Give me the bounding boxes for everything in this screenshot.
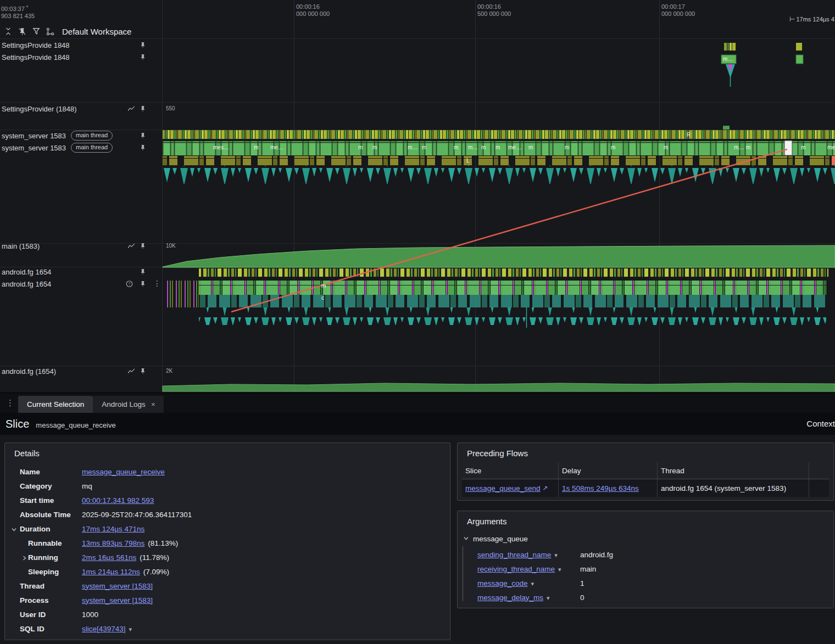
collapse-tracks-icon[interactable] [4,27,12,35]
preceding-flows-card: Preceding Flows Slice Delay Thread messa… [457,443,834,501]
detail-row-absolute-time: Absolute Time 2025-09-25T20:47:06.364117… [5,507,450,522]
external-link-icon[interactable]: ↗ [543,484,548,492]
pin-icon[interactable] [140,281,146,287]
pin-icon[interactable] [140,54,146,60]
thread-link[interactable]: system_server [1583] [82,582,153,590]
arg-key-link[interactable]: message_code [477,579,528,587]
sql-id-link[interactable]: slice[439743] [82,625,126,633]
close-icon[interactable]: × [151,400,155,408]
detail-row-process: Process system_server [1583] [5,593,450,607]
plus-icon: + [26,4,29,9]
caret-down-icon[interactable]: ▾ [558,566,561,573]
kebab-menu-icon[interactable]: ⋮ [153,279,161,288]
detail-row-user-id: User ID 1000 [5,607,450,621]
slice-label: me… [508,144,521,150]
main-counter-area[interactable] [163,245,835,267]
detail-row-running: Running 2ms 16µs 561ns(11.78%) [5,550,450,564]
flow-slice-link[interactable]: message_queue_send [465,484,541,492]
grid-lines [163,0,660,393]
selected-slice[interactable] [784,141,792,155]
slice-label: m [358,144,363,150]
slice-label: mes… [213,144,229,150]
detail-row-category: Category mq [5,479,450,493]
chevron-down-icon[interactable] [11,526,17,534]
duration-link[interactable]: 17ms 124µs 471ns [82,525,144,533]
main-thread-badge: main thread [71,143,113,153]
track-row-settingsprovide[interactable]: SettingsProvide 1848 [0,51,162,63]
pin-icon[interactable] [140,105,146,112]
detail-row-sql-id: SQL ID slice[439743]▾ [5,621,450,636]
flow-delay-link[interactable]: 1s 508ms 249µs 634ns [562,484,639,492]
chart-icon[interactable] [127,243,135,249]
track-row-settingsprovider-counter[interactable]: SettingsProvider (1848) [0,103,162,115]
track-row-settingsprovide[interactable]: SettingsProvide 1848 [0,39,162,51]
system-server-track[interactable] [163,130,835,184]
track-label: system_server 1583 [2,144,66,152]
caret-down-icon[interactable]: ▾ [531,580,535,587]
bracket-icon: ⊢ [789,15,795,23]
settingsprovider-slices[interactable] [721,43,803,130]
chevron-down-icon[interactable] [463,535,469,543]
tab-android-logs[interactable]: Android Logs × [93,396,164,413]
flows-table: Slice Delay Thread message_queue_send↗ 1… [462,462,829,497]
main-thread-badge: main thread [71,131,113,141]
slice-label: m [664,144,668,150]
pin-icon[interactable] [140,132,146,139]
pin-icon[interactable] [140,243,146,249]
context-button[interactable]: Context [806,419,835,428]
android-fg-counter-area[interactable] [163,383,835,391]
detail-row-start-time: Start time 00:00:17.341 982 593 [5,493,450,507]
detail-row-sleeping: Sleeping 1ms 214µs 112ns(7.09%) [5,564,450,579]
android-fg-track[interactable] [165,268,828,328]
start-time-link[interactable]: 00:00:17.341 982 593 [82,496,154,505]
track-row-android-fg-sched[interactable]: android.fg 1654 [0,266,162,278]
chart-icon[interactable] [127,368,135,374]
argument-group-row[interactable]: message_queue [463,535,833,543]
selection-kind: Slice [5,418,29,430]
track-row-system-server-sched[interactable]: system_server 1583 main thread [0,130,162,142]
caret-down-icon[interactable]: ▾ [129,626,132,632]
unpin-all-icon[interactable] [18,27,26,36]
track-row-main-counter[interactable]: main (1583) [0,240,162,252]
name-link[interactable]: message_queue_receive [82,468,165,476]
arg-key-link[interactable]: receiving_thread_name [477,565,555,573]
help-icon[interactable]: ? [126,281,133,288]
process-link[interactable]: system_server [1583] [82,596,153,604]
tab-current-selection[interactable]: Current Selection [18,396,93,413]
track-label: SettingsProvide 1848 [2,41,70,49]
filter-icon[interactable] [32,27,40,35]
track-row-system-server-slices[interactable]: system_server 1583 main thread [0,142,162,154]
slice-label: m [254,144,258,150]
track-row-android-fg-slices[interactable]: android.fg 1654 ? ⋮ [0,278,162,290]
pin-icon[interactable] [140,144,146,151]
pin-icon[interactable] [140,268,146,275]
caret-down-icon[interactable]: ▾ [554,552,558,558]
slice-label: me [827,144,835,150]
workspace-icon[interactable] [46,27,54,36]
slice-label: R [687,132,691,138]
slice-label: m [528,144,533,150]
flows-data-row: message_queue_send↗ 1s 508ms 249µs 634ns… [462,479,829,497]
chevron-right-icon[interactable] [21,555,27,563]
detail-row-runnable: Runnable 13ms 893µs 798ns(81.13%) [5,536,450,550]
sleeping-link[interactable]: 1ms 214µs 112ns [82,568,140,576]
track-label: android.fg (1654) [2,367,56,376]
pin-icon[interactable] [140,368,146,374]
track-label: SettingsProvide 1848 [2,53,70,61]
tab-menu-icon[interactable]: ⋮ [6,398,14,408]
running-link[interactable]: 2ms 16µs 561ns [82,553,136,562]
workspace-title: Default Workspace [62,27,131,36]
tab-label: Android Logs [102,400,146,408]
track-row-android-fg-counter[interactable]: android.fg (1654) [0,365,162,377]
ruler-tick: 00:00:16000 000 000 [296,3,330,18]
tab-label: Current Selection [27,400,84,408]
track-label: system_server 1583 [2,132,66,140]
arg-key-link[interactable]: sending_thread_name [477,551,551,559]
selection-panel-content: Details Name message_queue_receive Categ… [0,435,835,644]
arg-key-link[interactable]: message_delay_ms [477,593,543,602]
pin-icon[interactable] [140,42,146,48]
caret-down-icon[interactable]: ▾ [547,595,550,601]
chart-icon[interactable] [127,105,135,112]
runnable-link[interactable]: 13ms 893µs 798ns [82,539,144,547]
counter-scale-label: 10K [166,243,176,249]
